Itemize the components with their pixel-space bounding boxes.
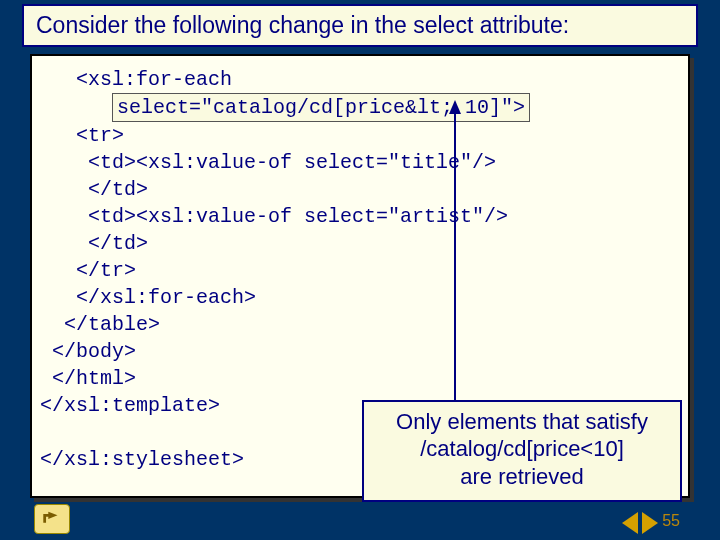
code-line: </body> xyxy=(40,340,136,363)
code-line: </xsl:template> xyxy=(40,394,220,417)
code-line: <td><xsl:value-of select="artist"/> xyxy=(40,205,508,228)
code-line: <td><xsl:value-of select="title"/> xyxy=(40,151,496,174)
prev-slide-icon[interactable] xyxy=(622,512,638,534)
code-line-prefix xyxy=(40,96,112,119)
callout-line: /catalog/cd[price<10] xyxy=(372,435,672,463)
nav-arrows xyxy=(622,512,658,534)
code-highlight-select: select="catalog/cd[price&lt; 10]"> xyxy=(112,93,530,122)
code-line: <tr> xyxy=(40,124,124,147)
next-slide-icon[interactable] xyxy=(642,512,658,534)
code-line: <xsl:for-each xyxy=(40,68,232,91)
callout-line: are retrieved xyxy=(372,463,672,491)
page-number: 55 xyxy=(662,512,680,530)
slide-title: Consider the following change in the sel… xyxy=(22,4,698,47)
slide-title-text: Consider the following change in the sel… xyxy=(36,12,569,38)
code-line: </tr> xyxy=(40,259,136,282)
callout-box: Only elements that satisfy /catalog/cd[p… xyxy=(362,400,682,503)
code-line: </table> xyxy=(40,313,160,336)
return-button[interactable] xyxy=(34,504,70,534)
code-line: </td> xyxy=(40,178,148,201)
code-line: </td> xyxy=(40,232,148,255)
code-line: </html> xyxy=(40,367,136,390)
callout-line: Only elements that satisfy xyxy=(372,408,672,436)
return-arrow-icon xyxy=(41,509,63,529)
code-line: </xsl:for-each> xyxy=(40,286,256,309)
svg-marker-2 xyxy=(48,512,57,519)
code-line: </xsl:stylesheet> xyxy=(40,448,244,471)
